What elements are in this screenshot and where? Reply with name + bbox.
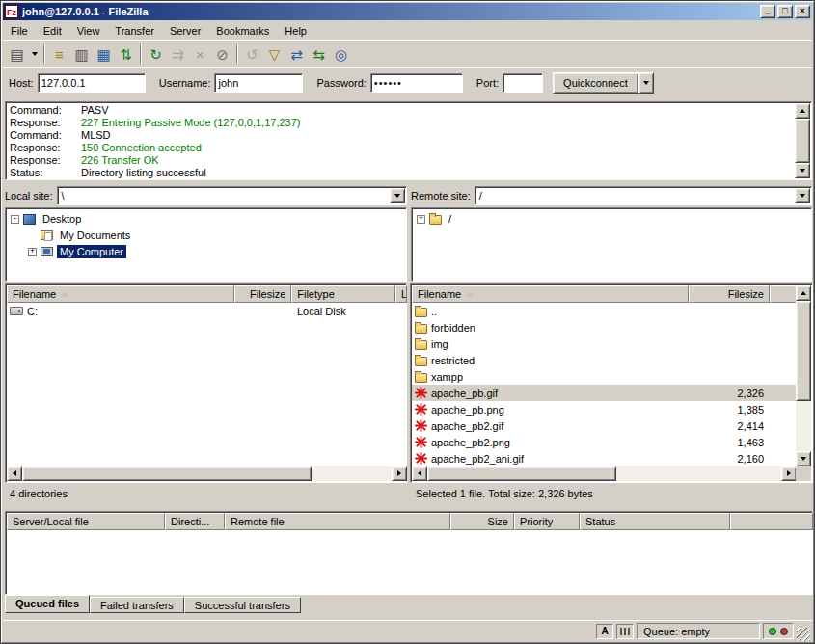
port-input[interactable] xyxy=(503,73,543,93)
tree-item-label[interactable]: My Computer xyxy=(57,245,126,258)
open-folder-icon xyxy=(429,215,442,225)
column-last-modified[interactable]: L xyxy=(395,285,407,303)
scroll-up-button[interactable] xyxy=(795,103,810,119)
column-filler xyxy=(730,513,813,530)
scrollbar-thumb[interactable] xyxy=(795,119,810,163)
column-status[interactable]: Status xyxy=(580,513,730,530)
column-filetype[interactable]: Filetype xyxy=(291,285,395,303)
column-size[interactable]: Size xyxy=(450,513,514,530)
scroll-down-button[interactable] xyxy=(795,163,810,178)
cancel-icon[interactable]: × xyxy=(189,43,211,65)
column-filesize[interactable]: Filesize xyxy=(689,285,770,303)
menu-file[interactable]: File xyxy=(3,22,36,40)
menu-server[interactable]: Server xyxy=(162,22,208,40)
remote-file-row[interactable]: apache_pb2.png 1,463 xyxy=(412,434,797,450)
local-horizontal-scrollbar[interactable] xyxy=(7,466,407,481)
password-input[interactable] xyxy=(370,73,463,93)
tree-item-my-documents[interactable]: My Documents xyxy=(6,228,406,243)
local-column-headers: Filename Filesize Filetype L xyxy=(7,285,407,303)
column-filename[interactable]: Filename xyxy=(7,285,234,303)
tab-failed-transfers[interactable]: Failed transfers xyxy=(90,597,184,613)
remote-vertical-scrollbar[interactable] xyxy=(796,285,811,467)
column-remote-file[interactable]: Remote file xyxy=(225,513,450,530)
tree-item-label[interactable]: My Documents xyxy=(57,228,133,242)
menu-bookmarks[interactable]: Bookmarks xyxy=(208,22,277,40)
scroll-right-button[interactable] xyxy=(392,466,407,481)
menu-help[interactable]: Help xyxy=(277,22,314,40)
combo-dropdown-button[interactable] xyxy=(390,188,405,203)
filter-icon[interactable]: ▽ xyxy=(263,43,285,65)
menu-transfer[interactable]: Transfer xyxy=(107,22,162,40)
local-file-row-c-drive[interactable]: C: Local Disk xyxy=(7,303,407,319)
process-queue-icon[interactable]: ⇉ xyxy=(167,43,189,65)
column-filename[interactable]: Filename xyxy=(412,285,689,303)
quickconnect-button[interactable]: Quickconnect xyxy=(553,72,638,94)
toggle-local-tree-icon[interactable]: ▥ xyxy=(70,43,93,65)
tab-queued-files[interactable]: Queued files xyxy=(5,595,90,613)
menu-edit[interactable]: Edit xyxy=(36,22,69,40)
remote-column-headers: Filename Filesize xyxy=(412,285,797,303)
remote-file-row[interactable]: apache_pb.png 1,385 xyxy=(412,401,797,417)
remote-file-row[interactable]: xampp xyxy=(412,368,797,385)
tree-item-label[interactable]: / xyxy=(446,212,454,226)
scrollbar-thumb[interactable] xyxy=(796,301,811,401)
find-files-icon[interactable]: ◎ xyxy=(330,43,352,65)
scroll-left-button[interactable] xyxy=(412,466,427,481)
scroll-left-button[interactable] xyxy=(7,466,22,481)
tree-item-root[interactable]: + / xyxy=(412,211,811,227)
column-direction[interactable]: Directi... xyxy=(165,513,225,530)
folder-icon xyxy=(415,324,427,334)
local-site-combobox[interactable]: \ xyxy=(57,186,407,205)
remote-file-row[interactable]: apache_pb2.gif 2,414 xyxy=(412,417,797,434)
column-priority[interactable]: Priority xyxy=(514,513,580,530)
log-vertical-scrollbar[interactable] xyxy=(795,103,810,178)
combo-dropdown-button[interactable] xyxy=(795,188,810,203)
scroll-up-button[interactable] xyxy=(796,285,811,301)
host-input[interactable] xyxy=(38,73,146,93)
scroll-right-button[interactable] xyxy=(781,466,797,481)
minimize-button[interactable]: _ xyxy=(760,5,775,18)
tree-item-my-computer[interactable]: + My Computer xyxy=(6,244,406,259)
username-input[interactable] xyxy=(214,73,303,93)
site-manager-dropdown-icon[interactable] xyxy=(28,43,41,65)
expand-icon[interactable]: + xyxy=(417,215,425,224)
refresh-icon[interactable]: ↻ xyxy=(145,43,167,65)
resize-grip[interactable] xyxy=(797,628,810,641)
column-label: Remote file xyxy=(231,516,285,527)
synchronized-browsing-icon[interactable]: ⇆ xyxy=(308,43,330,65)
scrollbar-thumb[interactable] xyxy=(22,466,312,481)
remote-file-row-selected[interactable]: apache_pb.gif 2,326 xyxy=(412,385,797,401)
chevron-down-icon xyxy=(32,52,38,56)
column-server-local-file[interactable]: Server/Local file xyxy=(7,513,165,530)
remote-file-row[interactable]: forbidden xyxy=(412,319,797,335)
collapse-icon[interactable]: - xyxy=(11,215,19,224)
reconnect-icon[interactable]: ↺ xyxy=(241,43,263,65)
close-button[interactable]: × xyxy=(795,5,810,18)
tree-item-label[interactable]: Desktop xyxy=(40,212,84,226)
expand-icon[interactable]: + xyxy=(28,248,37,256)
remote-file-row[interactable]: apache_pb2_ani.gif 2,160 xyxy=(412,450,797,467)
site-manager-icon[interactable]: ▤ xyxy=(6,43,28,65)
scrollbar-thumb[interactable] xyxy=(427,466,616,481)
tree-item-desktop[interactable]: - Desktop xyxy=(6,211,406,227)
column-filesize[interactable]: Filesize xyxy=(234,285,291,303)
maximize-button[interactable]: □ xyxy=(777,5,793,18)
remote-site-combobox[interactable]: / xyxy=(475,186,812,205)
toggle-transfer-queue-icon[interactable]: ⇅ xyxy=(115,43,137,65)
file-size: 2,326 xyxy=(689,388,770,399)
disconnect-icon[interactable]: ⊘ xyxy=(211,43,233,65)
scroll-down-button[interactable] xyxy=(796,451,811,467)
remote-file-row[interactable]: .. xyxy=(412,303,797,319)
directory-comparison-icon[interactable]: ⇄ xyxy=(285,43,308,65)
column-label: Server/Local file xyxy=(13,516,89,527)
tab-successful-transfers[interactable]: Successful transfers xyxy=(184,597,301,613)
remote-file-row[interactable]: img xyxy=(412,335,797,352)
remote-file-row[interactable]: restricted xyxy=(412,352,797,368)
toggle-remote-tree-icon[interactable]: ▦ xyxy=(93,43,115,65)
menu-view[interactable]: View xyxy=(69,22,108,40)
log-prefix: Response: xyxy=(8,117,81,129)
quickconnect-dropdown[interactable] xyxy=(638,72,654,94)
file-name: apache_pb.gif xyxy=(431,388,498,399)
remote-horizontal-scrollbar[interactable] xyxy=(412,466,797,481)
toggle-message-log-icon[interactable]: ≡ xyxy=(48,43,70,65)
